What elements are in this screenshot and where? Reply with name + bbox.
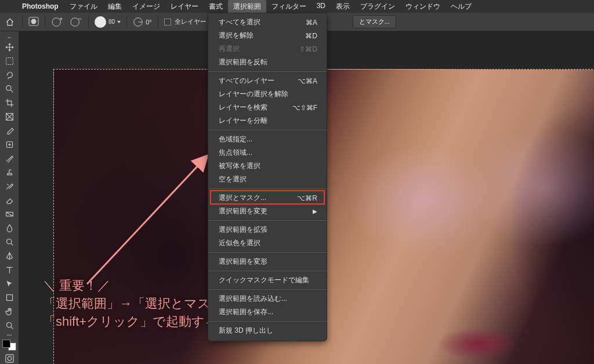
menu-item-クイックマスクモードで編集[interactable]: クイックマスクモードで編集 [208, 274, 327, 287]
mask-mode-icon[interactable] [28, 17, 39, 27]
lasso-tool[interactable] [0, 68, 19, 82]
separator [126, 16, 127, 28]
menu-separator [208, 321, 327, 322]
select-and-mask-button[interactable]: とマスク... [353, 15, 396, 28]
spot-heal-tool[interactable] [0, 137, 19, 151]
menu-item-label: 新規 3D 押し出し [219, 326, 273, 336]
menu-item-shortcut: ⌥⇧⌘F [292, 104, 317, 112]
frame-tool[interactable] [0, 110, 19, 123]
menu-item-近似色を選択[interactable]: 近似色を選択 [208, 236, 327, 250]
move-tool[interactable] [0, 40, 19, 54]
menu-separator [208, 71, 327, 72]
svg-point-6 [6, 85, 10, 90]
rect-marquee-tool[interactable] [0, 54, 19, 68]
menu-separator [208, 130, 327, 130]
svg-point-1 [31, 19, 37, 24]
history-brush-tool[interactable] [0, 179, 19, 193]
pen-tool[interactable] [0, 249, 19, 263]
svg-point-2 [52, 17, 60, 26]
menu-item-レイヤーを分離[interactable]: レイヤーを分離 [208, 114, 327, 128]
separator [88, 16, 89, 28]
menu-ウィンドウ[interactable]: ウィンドウ [400, 0, 446, 13]
crop-tool[interactable] [0, 96, 19, 110]
brush-mode-add-icon[interactable] [51, 17, 64, 27]
menu-表示[interactable]: 表示 [331, 0, 355, 13]
menu-編集[interactable]: 編集 [103, 0, 127, 13]
menu-item-焦点領域[interactable]: 焦点領域... [208, 146, 327, 159]
separator [45, 16, 45, 28]
menu-item-新規3D押し出し[interactable]: 新規 3D 押し出し [208, 324, 327, 337]
fg-color-swatch[interactable] [2, 340, 10, 348]
hand-tool[interactable] [0, 304, 19, 318]
brush-mode-sub-icon[interactable] [70, 17, 82, 27]
quick-mask-toggle-icon[interactable] [0, 353, 19, 364]
submenu-arrow-icon: ▶ [313, 208, 317, 214]
menu-3d[interactable]: 3D [312, 0, 331, 13]
toolbox-grip-icon[interactable]: •• [0, 35, 19, 40]
menu-item-shortcut: ⌘A [306, 19, 317, 27]
menu-item-選択範囲を保存[interactable]: 選択範囲を保存... [208, 305, 327, 319]
menu-item-すべてのレイヤー[interactable]: すべてのレイヤー⌥⌘A [208, 74, 327, 88]
svg-point-14 [8, 356, 12, 361]
menu-item-選択範囲を変形[interactable]: 選択範囲を変形 [208, 255, 327, 268]
menu-item-空を選択[interactable]: 空を選択 [208, 173, 327, 186]
menu-item-選択範囲を読み込む[interactable]: 選択範囲を読み込む... [208, 292, 327, 305]
brush-preset-picker[interactable]: 80 [95, 16, 121, 28]
menu-item-再選択: 再選択⇧⌘D [208, 42, 327, 56]
menu-item-選択範囲を拡張[interactable]: 選択範囲を拡張 [208, 223, 327, 236]
edit-toolbar-icon[interactable]: ••• [0, 332, 19, 337]
separator [158, 16, 158, 28]
menu-item-label: 選択を解除 [219, 31, 253, 41]
menu-レイヤー[interactable]: レイヤー [165, 0, 204, 13]
brush-size-label: 80 [108, 19, 115, 25]
quick-selection-tool[interactable] [0, 82, 19, 96]
gradient-tool[interactable] [0, 207, 19, 221]
menu-item-選択範囲を変更[interactable]: 選択範囲を変更▶ [208, 205, 327, 218]
menu-選択範囲[interactable]: 選択範囲 [228, 0, 266, 13]
menu-プラグイン[interactable]: プラグイン [355, 0, 400, 13]
eraser-tool[interactable] [0, 193, 19, 207]
zoom-tool[interactable] [0, 318, 19, 332]
menu-書式[interactable]: 書式 [204, 0, 228, 13]
home-icon[interactable] [3, 16, 16, 28]
eyedropper-tool[interactable] [0, 123, 19, 137]
menu-item-レイヤーを検索[interactable]: レイヤーを検索⌥⇧⌘F [208, 101, 327, 114]
shape-tool[interactable] [0, 290, 19, 304]
brush-angle-picker[interactable]: 0° [133, 17, 152, 27]
angle-value: 0° [146, 19, 152, 26]
menu-item-すべてを選択[interactable]: すべてを選択⌘A [208, 16, 327, 29]
chevron-down-icon [117, 21, 121, 23]
menu-item-選択とマスク[interactable]: 選択とマスク...⌥⌘R [208, 191, 327, 205]
fg-bg-color-swatch[interactable] [2, 340, 16, 351]
menu-separator [208, 289, 327, 290]
menu-item-shortcut: ⌥⌘A [298, 77, 317, 85]
menu-ヘルプ[interactable]: ヘルプ [446, 0, 477, 13]
menu-item-label: クイックマスクモードで編集 [219, 275, 309, 285]
menu-item-label: 選択とマスク... [219, 193, 266, 203]
menu-フィルター[interactable]: フィルター [266, 0, 312, 13]
type-tool[interactable] [0, 263, 19, 276]
menu-separator [208, 188, 327, 189]
checkbox-icon [164, 19, 171, 26]
path-selection-tool[interactable] [0, 276, 19, 290]
dodge-tool[interactable] [0, 235, 19, 249]
menu-item-label: すべてのレイヤー [219, 76, 274, 86]
menu-item-被写体を選択[interactable]: 被写体を選択 [208, 159, 327, 173]
app-name[interactable]: Photoshop [16, 2, 64, 10]
menu-item-label: 焦点領域... [219, 148, 252, 158]
menu-item-色域指定[interactable]: 色域指定... [208, 133, 327, 146]
menu-item-選択を解除[interactable]: 選択を解除⌘D [208, 29, 327, 42]
blur-tool[interactable] [0, 221, 19, 235]
macos-menubar: Photoshop ファイル編集イメージレイヤー書式選択範囲フィルター3D表示プ… [0, 0, 594, 13]
clone-stamp-tool[interactable] [0, 165, 19, 179]
menu-イメージ[interactable]: イメージ [127, 0, 165, 13]
menu-ファイル[interactable]: ファイル [64, 0, 103, 13]
menu-item-label: レイヤーの選択を解除 [219, 89, 288, 99]
brush-tool[interactable] [0, 151, 19, 165]
menu-item-レイヤーの選択を解除[interactable]: レイヤーの選択を解除 [208, 88, 327, 101]
svg-rect-11 [6, 294, 12, 300]
menu-item-選択範囲を反転[interactable]: 選択範囲を反転 [208, 56, 327, 69]
menu-item-shortcut: ⌥⌘R [297, 194, 317, 202]
svg-point-10 [6, 239, 11, 243]
menu-item-label: 選択範囲を読み込む... [219, 294, 287, 304]
